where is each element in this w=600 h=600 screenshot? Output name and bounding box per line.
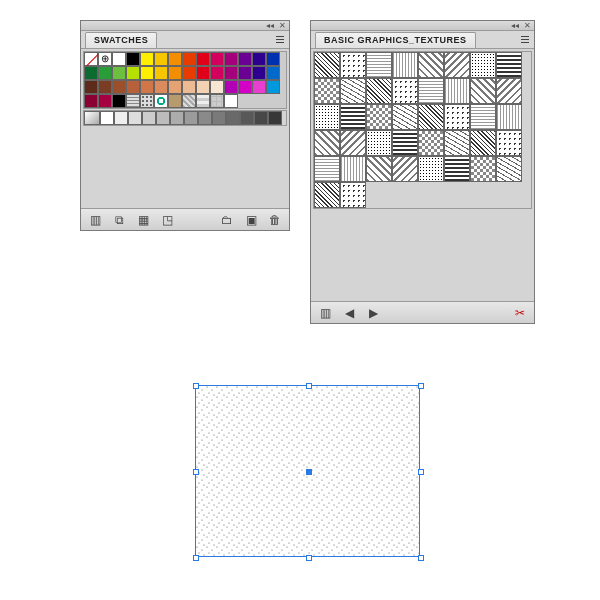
swatch[interactable] bbox=[182, 66, 196, 80]
swatch[interactable] bbox=[84, 80, 98, 94]
tab-swatches[interactable]: SWATCHES bbox=[85, 32, 157, 48]
texture-swatch[interactable] bbox=[470, 156, 496, 182]
swatch[interactable] bbox=[196, 80, 210, 94]
swatch[interactable] bbox=[112, 52, 126, 66]
texture-swatch[interactable] bbox=[366, 78, 392, 104]
swatch[interactable] bbox=[252, 52, 266, 66]
texture-swatch[interactable] bbox=[496, 52, 522, 78]
texture-swatch[interactable] bbox=[340, 104, 366, 130]
selection-center[interactable] bbox=[306, 469, 312, 475]
edit-none-icon[interactable]: ✂ bbox=[512, 305, 528, 321]
texture-swatch[interactable] bbox=[392, 78, 418, 104]
swatch[interactable] bbox=[112, 94, 126, 108]
swatch[interactable] bbox=[140, 52, 154, 66]
texture-swatch[interactable] bbox=[418, 78, 444, 104]
texture-swatch[interactable] bbox=[314, 104, 340, 130]
prev-icon[interactable]: ◀ bbox=[341, 305, 357, 321]
texture-grid[interactable] bbox=[313, 51, 532, 209]
swatch[interactable] bbox=[114, 111, 128, 125]
texture-swatch[interactable] bbox=[418, 130, 444, 156]
swatch[interactable] bbox=[212, 111, 226, 125]
swatch[interactable] bbox=[128, 111, 142, 125]
swatch[interactable] bbox=[224, 52, 238, 66]
texture-swatch[interactable] bbox=[366, 130, 392, 156]
new-swatch-icon[interactable]: ▣ bbox=[243, 212, 259, 228]
swatch[interactable] bbox=[238, 80, 252, 94]
swatch[interactable] bbox=[112, 80, 126, 94]
texture-swatch[interactable] bbox=[418, 156, 444, 182]
selection-handle[interactable] bbox=[418, 469, 424, 475]
swatch[interactable] bbox=[182, 80, 196, 94]
swatch[interactable] bbox=[100, 111, 114, 125]
panel-topbar[interactable]: ◂◂ ✕ bbox=[311, 21, 534, 31]
swatch[interactable] bbox=[224, 94, 238, 108]
swatch[interactable] bbox=[98, 80, 112, 94]
delete-icon[interactable]: 🗑 bbox=[267, 212, 283, 228]
swatch-grid[interactable] bbox=[83, 51, 287, 109]
swatch[interactable] bbox=[84, 52, 98, 66]
swatch[interactable] bbox=[112, 66, 126, 80]
swatch[interactable] bbox=[266, 52, 280, 66]
swatch[interactable] bbox=[196, 94, 210, 108]
texture-swatch[interactable] bbox=[340, 78, 366, 104]
texture-swatch[interactable] bbox=[496, 104, 522, 130]
library-icon[interactable]: ▥ bbox=[87, 212, 103, 228]
swatch[interactable] bbox=[238, 52, 252, 66]
swatch[interactable] bbox=[142, 111, 156, 125]
close-icon[interactable]: ✕ bbox=[522, 22, 532, 29]
texture-swatch[interactable] bbox=[392, 156, 418, 182]
selection-handle[interactable] bbox=[418, 555, 424, 561]
swatch[interactable] bbox=[210, 80, 224, 94]
panel-topbar[interactable]: ◂◂ ✕ bbox=[81, 21, 289, 31]
swatch[interactable] bbox=[168, 94, 182, 108]
swatch[interactable] bbox=[168, 80, 182, 94]
swatch[interactable] bbox=[126, 52, 140, 66]
swatch[interactable] bbox=[126, 66, 140, 80]
options-icon[interactable]: ◳ bbox=[159, 212, 175, 228]
new-group-icon[interactable]: 🗀 bbox=[219, 212, 235, 228]
swatch[interactable] bbox=[98, 94, 112, 108]
swatch[interactable] bbox=[224, 66, 238, 80]
panel-menu-icon[interactable] bbox=[518, 32, 532, 46]
swatch[interactable] bbox=[140, 66, 154, 80]
texture-swatch[interactable] bbox=[392, 104, 418, 130]
swatch[interactable] bbox=[268, 111, 282, 125]
swatch[interactable] bbox=[140, 80, 154, 94]
selection-handle[interactable] bbox=[306, 555, 312, 561]
swatch[interactable] bbox=[126, 80, 140, 94]
swatch[interactable] bbox=[210, 66, 224, 80]
texture-swatch[interactable] bbox=[314, 156, 340, 182]
selection-handle[interactable] bbox=[418, 383, 424, 389]
texture-swatch[interactable] bbox=[366, 156, 392, 182]
selection-handle[interactable] bbox=[306, 383, 312, 389]
swatch[interactable] bbox=[126, 94, 140, 108]
swatch[interactable] bbox=[84, 94, 98, 108]
next-icon[interactable]: ▶ bbox=[365, 305, 381, 321]
swatch[interactable] bbox=[252, 66, 266, 80]
swatch[interactable] bbox=[224, 80, 238, 94]
texture-swatch[interactable] bbox=[496, 78, 522, 104]
texture-swatch[interactable] bbox=[366, 52, 392, 78]
swatch[interactable] bbox=[254, 111, 268, 125]
texture-swatch[interactable] bbox=[340, 52, 366, 78]
swatch[interactable] bbox=[196, 66, 210, 80]
texture-swatch[interactable] bbox=[496, 156, 522, 182]
texture-swatch[interactable] bbox=[392, 52, 418, 78]
libraries-icon[interactable]: ⧉ bbox=[111, 212, 127, 228]
texture-swatch[interactable] bbox=[340, 182, 366, 208]
tab-textures[interactable]: BASIC GRAPHICS_TEXTURES bbox=[315, 32, 476, 48]
texture-swatch[interactable] bbox=[314, 182, 340, 208]
swatch[interactable] bbox=[238, 66, 252, 80]
texture-swatch[interactable] bbox=[314, 130, 340, 156]
swatch[interactable] bbox=[252, 80, 266, 94]
swatch[interactable] bbox=[226, 111, 240, 125]
swatch[interactable] bbox=[198, 111, 212, 125]
swatch[interactable] bbox=[184, 111, 198, 125]
selection-handle[interactable] bbox=[193, 555, 199, 561]
texture-swatch[interactable] bbox=[496, 130, 522, 156]
close-icon[interactable]: ✕ bbox=[277, 22, 287, 29]
texture-swatch[interactable] bbox=[418, 104, 444, 130]
texture-swatch[interactable] bbox=[392, 130, 418, 156]
swatch[interactable] bbox=[98, 66, 112, 80]
selection-handle[interactable] bbox=[193, 383, 199, 389]
